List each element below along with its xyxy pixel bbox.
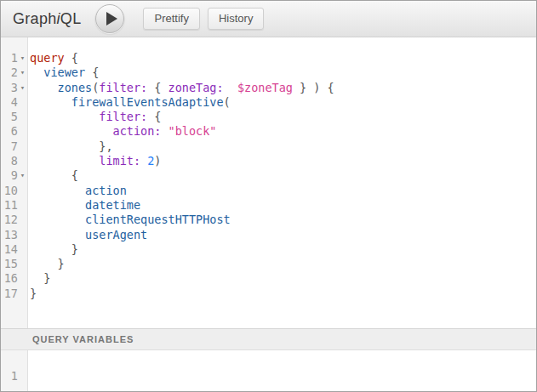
code-line[interactable]: firewallEventsAdaptive( [30, 95, 334, 110]
code-line[interactable]: clientRequestHTTPHost [30, 213, 334, 227]
play-icon [106, 12, 117, 26]
query-editor[interactable]: 1▾2▾3▾456789▾1011121314151617 query { vi… [1, 37, 536, 328]
code-line[interactable]: datetime [30, 198, 334, 213]
line-number: 5 [1, 110, 27, 124]
line-number: 16 [1, 271, 27, 286]
query-code[interactable]: query { viewer { zones(filter: { zoneTag… [28, 37, 334, 328]
line-number: 8 [1, 154, 27, 168]
variables-code[interactable]: {"zoneTag":""} [28, 350, 336, 391]
line-number-gutter: 1▾2▾3▾456789▾1011121314151617 [1, 37, 28, 328]
line-number: 6 [1, 124, 27, 139]
code-line[interactable]: } [30, 287, 334, 301]
code-line[interactable]: action [30, 184, 334, 198]
line-number-gutter: 1 [1, 350, 28, 391]
code-line[interactable]: viewer { [30, 65, 334, 80]
line-number: 15 [1, 257, 27, 271]
fold-arrow-icon[interactable]: ▾ [18, 65, 27, 80]
code-line[interactable]: } [30, 257, 334, 271]
history-button[interactable]: History [208, 8, 264, 30]
code-line[interactable]: filter: { [30, 110, 334, 124]
line-number: 3▾ [1, 81, 27, 95]
query-variables-header[interactable]: QUERY VARIABLES [1, 328, 536, 350]
line-number: 13 [1, 228, 27, 242]
line-number: 9▾ [1, 168, 27, 183]
fold-arrow-icon[interactable]: ▾ [18, 168, 27, 183]
toolbar: GraphiQL Prettify History [1, 1, 536, 37]
line-number: 7 [1, 139, 27, 154]
line-number: 1 [1, 369, 27, 383]
code-line[interactable]: limit: 2) [30, 154, 334, 168]
line-number: 4 [1, 95, 27, 110]
logo-text: QL [60, 10, 82, 27]
code-line[interactable]: userAgent [30, 228, 334, 242]
variables-editor[interactable]: 1 {"zoneTag":""} [1, 350, 536, 391]
execute-button[interactable] [95, 4, 124, 33]
line-number: 17 [1, 287, 27, 301]
line-number: 11 [1, 198, 27, 213]
logo-text: Graph [13, 10, 57, 27]
graphiql-logo: GraphiQL [13, 10, 81, 28]
fold-arrow-icon[interactable]: ▾ [18, 81, 27, 95]
prettify-button[interactable]: Prettify [143, 8, 199, 30]
code-line[interactable]: } [30, 242, 334, 257]
code-line[interactable]: action: "block" [30, 124, 334, 139]
query-variables-title: QUERY VARIABLES [32, 334, 134, 344]
line-number: 12 [1, 213, 27, 227]
code-line[interactable]: } [30, 271, 334, 286]
graphiql-window: GraphiQL Prettify History 1▾2▾3▾456789▾1… [0, 0, 537, 392]
code-line[interactable]: zones(filter: { zoneTag: $zoneTag } ) { [30, 81, 334, 95]
fold-arrow-icon[interactable]: ▾ [18, 51, 27, 65]
line-number: 1▾ [1, 51, 27, 65]
line-number: 10 [1, 184, 27, 198]
line-number: 2▾ [1, 65, 27, 80]
line-number: 14 [1, 242, 27, 257]
code-line[interactable]: query { [30, 51, 334, 65]
code-line[interactable]: }, [30, 139, 334, 154]
code-line[interactable]: { [30, 168, 334, 183]
